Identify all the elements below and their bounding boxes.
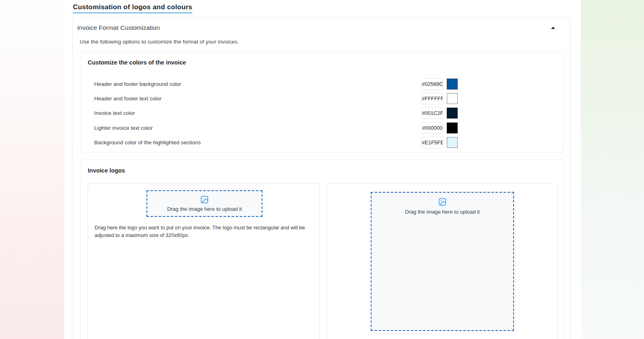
colors-card: Customize the colors of the invoice Head… bbox=[80, 52, 564, 152]
color-swatch[interactable] bbox=[447, 123, 458, 133]
panel-description: Use the following options to customize t… bbox=[80, 39, 239, 45]
hex-color-input[interactable] bbox=[421, 107, 443, 119]
image-icon bbox=[200, 195, 209, 204]
dropzone-label: Drag the image here to upload it bbox=[405, 209, 480, 215]
color-row: Background color of the highlighted sect… bbox=[94, 136, 458, 148]
hex-color-input[interactable] bbox=[421, 78, 443, 90]
accordion-title: Invoice Format Customization bbox=[77, 24, 160, 31]
hex-color-input[interactable] bbox=[421, 93, 443, 104]
logo-description: Drag here the logo you want to put on yo… bbox=[95, 224, 314, 239]
secondary-logo-panel: Drag the image here to upload it bbox=[326, 183, 558, 339]
color-row: Header and footer text color bbox=[94, 92, 458, 104]
color-value-group bbox=[421, 137, 458, 148]
background-gradient-left bbox=[0, 0, 64, 339]
color-row-label: Header and footer text color bbox=[94, 96, 161, 102]
colors-card-title: Customize the colors of the invoice bbox=[88, 59, 186, 66]
secondary-logo-dropzone[interactable]: Drag the image here to upload it bbox=[371, 192, 514, 331]
image-icon bbox=[438, 198, 447, 206]
page-title: Customisation of logos and colours bbox=[73, 3, 192, 13]
color-row-label: Lighter invoice text color bbox=[94, 125, 153, 131]
invoice-format-panel: Invoice Format Customization Use the fol… bbox=[73, 17, 570, 339]
hex-color-input[interactable] bbox=[421, 122, 443, 134]
color-swatch[interactable] bbox=[447, 79, 458, 89]
color-row-label: Invoice text color bbox=[94, 110, 135, 116]
color-row: Lighter invoice text color bbox=[94, 122, 458, 134]
dropzone-label: Drag the image here to upload it bbox=[167, 206, 242, 212]
collapse-caret-up-icon[interactable] bbox=[551, 27, 555, 29]
background-gradient-right bbox=[581, 0, 644, 339]
color-value-group bbox=[421, 93, 458, 104]
header-logo-dropzone[interactable]: Drag the image here to upload it bbox=[147, 190, 262, 217]
color-row: Invoice text color bbox=[94, 107, 458, 119]
color-row-label: Header and footer background color bbox=[94, 81, 181, 87]
color-swatch[interactable] bbox=[447, 137, 458, 148]
color-swatch[interactable] bbox=[447, 93, 458, 104]
color-swatch[interactable] bbox=[447, 108, 458, 119]
accordion-header[interactable]: Invoice Format Customization bbox=[73, 17, 570, 38]
hex-color-input[interactable] bbox=[421, 137, 443, 148]
color-row-label: Background color of the highlighted sect… bbox=[94, 139, 201, 146]
color-value-group bbox=[421, 107, 458, 119]
logos-card-title: Invoice logos bbox=[88, 167, 125, 174]
logos-card: Invoice logos Drag the image here to upl… bbox=[80, 159, 564, 339]
color-row: Header and footer background color bbox=[94, 78, 458, 90]
color-value-group bbox=[421, 78, 458, 90]
color-value-group bbox=[421, 122, 458, 134]
header-logo-panel: Drag the image here to upload it Drag he… bbox=[88, 183, 320, 339]
